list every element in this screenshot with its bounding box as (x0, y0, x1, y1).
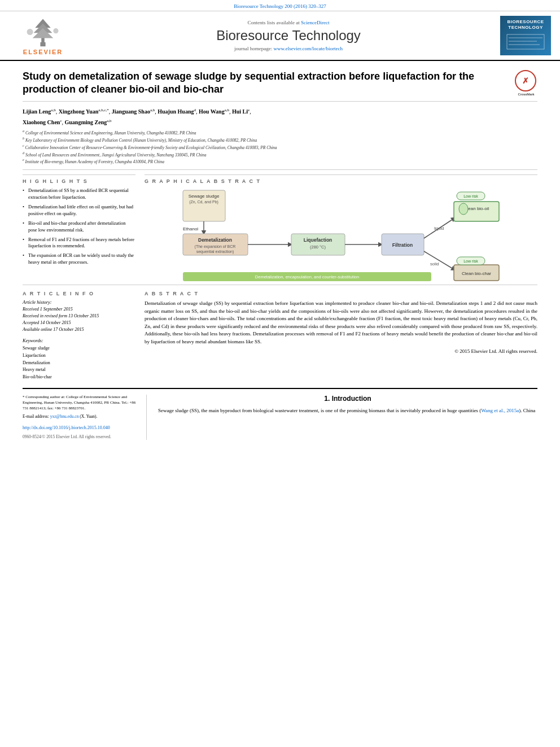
svg-text:Low risk: Low risk (463, 194, 478, 198)
author-xingzhong-yuan: Xingzhong Yuana,b,c,* (59, 108, 109, 115)
accepted-date: Accepted 14 October 2015 (23, 320, 135, 326)
highlight-item-5: The expansion of BCR can be widely used … (23, 252, 135, 266)
keyword-2: Liquefaction (23, 352, 135, 360)
journal-citation-bar: Bioresource Technology 200 (2016) 320–32… (0, 0, 560, 11)
footnotes-column: * Corresponding author at: College of En… (23, 395, 147, 440)
journal-logo-text: BIORESOURCE TECHNOLOGY (506, 19, 545, 52)
keywords-title: Keywords: (23, 338, 135, 343)
journal-title-area: Contents lists available at ScienceDirec… (77, 20, 500, 51)
introduction-column: 1. Introduction Sewage sludge (SS), the … (158, 395, 537, 440)
abstract-text: Demetalization of sewage sludge (SS) by … (145, 300, 537, 356)
page: Bioresource Technology 200 (2016) 320–32… (0, 0, 560, 747)
available-date: Available online 17 October 2015 (23, 326, 135, 333)
author-jianguang-shao: Jianguang Shaoa,b (112, 108, 155, 115)
highlight-item-2: Demetalization had little effect on oil … (23, 204, 135, 217)
intro-citation[interactable]: Wang et al., 2015a (481, 408, 519, 413)
article-info-column: A R T I C L E I N F O Article history: R… (23, 291, 135, 381)
revised-date: Received in revised form 13 October 2015 (23, 313, 135, 320)
received-date: Received 1 September 2015 (23, 306, 135, 313)
svg-text:Low risk: Low risk (463, 259, 478, 263)
highlights-label: H I G H L I G H T S (23, 178, 135, 184)
email-person: (X. Yuan). (80, 414, 97, 419)
affiliation-d: d School of Land Resources and Environme… (23, 151, 537, 158)
journal-homepage-link[interactable]: www.elsevier.com/locate/biortech (274, 46, 343, 51)
author-huajun-huang: Huajun Huangd (158, 108, 196, 115)
keywords-list: Sewage sludge Liquefaction Demetalizatio… (23, 345, 135, 381)
abstract-section: A B S T R A C T Demetalization of sewage… (145, 291, 537, 381)
authors-line1: Lijian Lenga,b, Xingzhong Yuana,b,c,*, J… (23, 107, 537, 116)
svg-text:Demetalization: Demetalization (198, 237, 232, 243)
svg-rect-7 (507, 34, 544, 49)
journal-citation: Bioresource Technology 200 (2016) 320–32… (234, 3, 326, 9)
svg-text:Demetalization, encapsulation,: Demetalization, encapsulation, and count… (255, 274, 359, 279)
keyword-3: Demetalization (23, 360, 135, 367)
journal-title: Bioresource Technology (77, 28, 500, 43)
graphical-abstract-label: G R A P H I C A L A B S T R A C T (145, 178, 537, 184)
crossmark-badge: ✗ CrossMark (515, 70, 537, 93)
copyright-notice: © 2015 Elsevier Ltd. All rights reserved… (145, 348, 537, 356)
intro-text-before: Sewage sludge (SS), the main byproduct f… (158, 408, 481, 413)
elsevier-logo-area: ELSEVIER (9, 16, 77, 55)
intro-title: 1. Introduction (158, 395, 537, 403)
affiliation-b: b Key Laboratory of Environment Biology … (23, 136, 537, 143)
history-title: Article history: (23, 299, 135, 306)
highlights-list: Demetalization of SS by a modified BCR s… (23, 187, 135, 266)
affiliation-e: e Institute of Bio-energy, Hunan Academy… (23, 158, 537, 165)
svg-text:liquid: liquid (434, 226, 444, 231)
email-address[interactable]: yxz@hnu.edu.cn (50, 414, 79, 419)
email-line: E-mail address: yxz@hnu.edu.cn (X. Yuan)… (23, 413, 137, 420)
email-label: E-mail address: (23, 414, 49, 419)
svg-text:(Zn, Cd, and Pb): (Zn, Cd, and Pb) (189, 200, 218, 204)
article-info-abstract-row: A R T I C L E I N F O Article history: R… (23, 285, 537, 381)
bottom-section: * Corresponding author at: College of En… (23, 388, 537, 440)
svg-point-6 (53, 28, 58, 33)
highlights-column: H I G H L I G H T S Demetalization of SS… (23, 174, 135, 278)
sciencedirect-link[interactable]: ScienceDirect (301, 20, 329, 25)
sciencedirect-label: Contents lists available at ScienceDirec… (77, 20, 500, 25)
keyword-4: Heavy metal (23, 366, 135, 374)
elsevier-tree-icon (20, 16, 65, 47)
svg-text:Sewage sludge: Sewage sludge (189, 194, 220, 199)
corresponding-label: * Corresponding author at: (23, 395, 65, 399)
article-info-label: A R T I C L E I N F O (23, 291, 135, 296)
graphical-abstract-column: G R A P H I C A L A B S T R A C T Sewage… (145, 174, 537, 278)
svg-text:sequential extraction): sequential extraction) (196, 250, 234, 254)
abstract-label: A B S T R A C T (145, 291, 537, 296)
journal-homepage: journal homepage: www.elsevier.com/locat… (77, 46, 500, 51)
author-xiaohong-chen: Xiaohong Chenc (23, 119, 62, 125)
svg-text:(280 °C): (280 °C) (310, 244, 326, 250)
title-section: Study on demetalization of sewage sludge… (23, 70, 537, 102)
svg-text:Ethanol: Ethanol (183, 226, 198, 231)
elsevier-brand: ELSEVIER (23, 49, 63, 55)
svg-point-5 (27, 29, 33, 35)
journal-logo-box: BIORESOURCE TECHNOLOGY (500, 16, 551, 55)
author-guangming-zeng: Guangming Zenga,b (65, 119, 112, 125)
article-history: Article history: Received 1 September 20… (23, 299, 135, 333)
journal-header: ELSEVIER Contents lists available at Sci… (0, 11, 560, 61)
svg-text:Clean bio-char: Clean bio-char (462, 271, 491, 276)
author-lijian-leng: Lijian Lenga,b (23, 108, 56, 115)
article-title: Study on demetalization of sewage sludge… (23, 70, 515, 97)
svg-marker-4 (33, 28, 54, 38)
svg-point-31 (459, 203, 468, 215)
keyword-5: Bio-oil/bio-char (23, 374, 135, 381)
doi-link[interactable]: http://dx.doi.org/10.1016/j.biortech.201… (23, 425, 110, 430)
highlight-item-4: Removal of F1 and F2 fractions of heavy … (23, 237, 135, 250)
svg-text:Filtration: Filtration (392, 242, 413, 248)
affiliations: a College of Environmental Science and E… (23, 129, 537, 170)
intro-paragraph: Sewage sludge (SS), the main byproduct f… (158, 407, 537, 415)
article-body: Study on demetalization of sewage sludge… (0, 61, 560, 449)
author-hou-wang: Hou Wanga,b (199, 108, 229, 115)
highlight-item-1: Demetalization of SS by a modified BCR s… (23, 187, 135, 201)
keywords-section: Keywords: Sewage sludge Liquefaction Dem… (23, 338, 135, 381)
corresponding-note: * Corresponding author at: College of En… (23, 395, 137, 411)
affiliation-a: a College of Environmental Science and E… (23, 129, 537, 136)
issn-line: 0960-8524/© 2015 Elsevier Ltd. All right… (23, 434, 137, 440)
svg-line-32 (424, 251, 454, 269)
highlights-graphical-row: H I G H L I G H T S Demetalization of SS… (23, 174, 537, 278)
svg-text:Liquefaction: Liquefaction (304, 237, 333, 243)
abstract-body: Demetalization of sewage sludge (SS) by … (145, 300, 537, 344)
graphical-abstract-diagram: Sewage sludge (Zn, Cd, and Pb) Ethanol D… (145, 187, 537, 278)
highlight-item-3: Bio-oil and bio-char produced after deme… (23, 220, 135, 234)
svg-text:solid: solid (430, 261, 439, 267)
